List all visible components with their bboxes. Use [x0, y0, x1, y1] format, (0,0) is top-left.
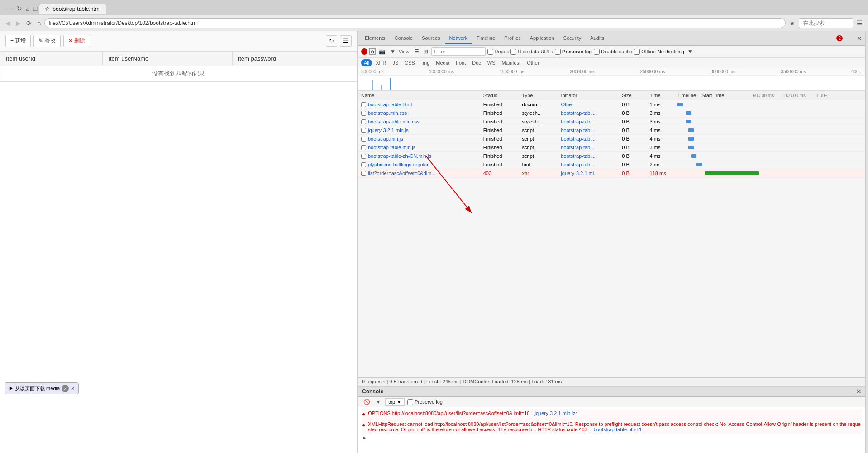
row-checkbox[interactable] [361, 102, 366, 107]
tab-console[interactable]: Console [390, 33, 417, 44]
tab-profiles[interactable]: Profiles [500, 33, 525, 44]
forward-btn[interactable]: ▶ [14, 19, 23, 28]
menu-btn[interactable]: ☰ [855, 19, 864, 28]
devtools-more-btn[interactable]: ⋮ [844, 34, 854, 42]
console-preserve-toggle[interactable]: Preserve log [407, 399, 443, 405]
nav-home[interactable]: ⌂ [24, 4, 31, 13]
file-link[interactable]: bootstrap.min.js [368, 136, 403, 142]
media-close-button[interactable]: ✕ [71, 386, 75, 392]
type-filter-img[interactable]: Img [419, 59, 432, 66]
columns-button[interactable]: ☰ [340, 35, 352, 47]
nt-col-type[interactable]: Type [520, 91, 558, 100]
file-link[interactable]: glyphicons-halflings-regular... [368, 162, 432, 167]
network-row[interactable]: bootstrap.min.jsFinishedscriptbootstrap-… [358, 135, 865, 143]
devtools-close-btn[interactable]: ✕ [855, 34, 863, 42]
camera-button[interactable]: 📷 [377, 48, 387, 55]
refresh-button[interactable]: ↻ [326, 35, 337, 47]
home-btn[interactable]: ⌂ [35, 19, 43, 28]
nt-col-name[interactable]: Name [358, 91, 481, 100]
tab-timeline[interactable]: Timeline [472, 33, 500, 44]
network-row[interactable]: glyphicons-halflings-regular...Finishedf… [358, 160, 865, 169]
nt-col-size[interactable]: Size [619, 91, 647, 100]
reload-btn[interactable]: ⟳ [24, 19, 33, 28]
tab-application[interactable]: Application [525, 33, 559, 44]
initiator-link[interactable]: bootstrap-tabl... [561, 110, 595, 116]
console-close-button[interactable]: ✕ [856, 388, 862, 395]
console-input[interactable] [369, 435, 862, 440]
filter-button[interactable]: ▼ [389, 48, 397, 55]
row-checkbox[interactable] [361, 171, 366, 176]
console-clear-btn[interactable]: 🚫 [362, 398, 372, 406]
offline-checkbox[interactable] [634, 49, 640, 55]
console-error-link-1[interactable]: jquery-3.2.1.min.iz4 [535, 411, 578, 416]
console-preserve-checkbox[interactable] [407, 399, 413, 405]
browser-tab[interactable]: ☆ bootstrap-table.html [39, 4, 106, 14]
nav-reload[interactable]: ↻ [15, 4, 24, 13]
tab-audits[interactable]: Audits [586, 33, 609, 44]
network-row[interactable]: list?order=asc&offset=0&dim...403xhrjque… [358, 169, 865, 178]
back-btn[interactable]: ◀ [4, 19, 12, 28]
file-link[interactable]: bootstrap.min.css [368, 110, 407, 116]
network-row[interactable]: bootstrap.min.cssFinishedstylesh...boots… [358, 109, 865, 118]
tab-elements[interactable]: Elements [360, 33, 390, 44]
view-grid-btn[interactable]: ⊞ [422, 48, 429, 55]
initiator-link[interactable]: Other [561, 102, 573, 107]
tab-security[interactable]: Security [559, 33, 586, 44]
file-link[interactable]: bootstrap-table.html [368, 102, 412, 107]
initiator-link[interactable]: bootstrap-tabl... [561, 162, 595, 167]
extensions-btn[interactable]: ★ [787, 19, 797, 28]
type-filter-doc[interactable]: Doc [469, 59, 484, 66]
add-button[interactable]: + 新增 [5, 35, 31, 47]
type-filter-css[interactable]: CSS [402, 59, 418, 66]
tab-sources[interactable]: Sources [417, 33, 444, 44]
console-error-link-2[interactable]: bootstrap-table.html:1 [594, 427, 642, 432]
row-checkbox[interactable] [361, 137, 366, 142]
initiator-link[interactable]: bootstrap-tabl... [561, 153, 595, 159]
devtools-resize-handle[interactable] [865, 31, 868, 453]
initiator-link[interactable]: bootstrap-tabl... [561, 145, 595, 150]
file-link[interactable]: bootstrap-table.min.js [368, 145, 415, 150]
type-filter-other[interactable]: Other [524, 59, 542, 66]
network-row[interactable]: bootstrap-table.min.cssFinishedstylesh..… [358, 118, 865, 126]
network-row[interactable]: bootstrap-table-zh-CN.min.jsFinishedscri… [358, 152, 865, 160]
file-link[interactable]: jquery-3.2.1.min.js [368, 127, 409, 133]
file-link[interactable]: list?order=asc&offset=0&dim... [368, 170, 436, 176]
initiator-link[interactable]: bootstrap-tabl... [561, 119, 595, 124]
network-filter-input[interactable] [431, 47, 486, 56]
row-checkbox[interactable] [361, 111, 366, 116]
initiator-link[interactable]: jquery-3.2.1.mi... [561, 170, 598, 176]
network-row[interactable]: bootstrap-table.min.jsFinishedscriptboot… [358, 143, 865, 152]
tab-network[interactable]: Network [445, 33, 472, 44]
initiator-link[interactable]: bootstrap-tabl... [561, 127, 595, 133]
nt-col-initiator[interactable]: Initiator [558, 91, 619, 100]
file-link[interactable]: bootstrap-table.min.css [368, 119, 420, 124]
hide-data-urls-toggle[interactable]: Hide data URLs [510, 49, 553, 55]
record-button[interactable] [361, 48, 367, 55]
row-checkbox[interactable] [361, 119, 366, 124]
hide-data-urls-checkbox[interactable] [510, 49, 516, 55]
row-checkbox[interactable] [361, 128, 366, 133]
nav-forward[interactable]: › [10, 4, 15, 13]
nt-col-status[interactable]: Status [481, 91, 520, 100]
offline-toggle[interactable]: Offline [634, 49, 656, 55]
initiator-link[interactable]: bootstrap-tabl... [561, 136, 595, 142]
disable-cache-checkbox[interactable] [594, 49, 600, 55]
nav-back[interactable]: ‹ [4, 4, 10, 13]
row-checkbox[interactable] [361, 145, 366, 150]
regex-checkbox[interactable] [487, 49, 493, 55]
view-list-btn[interactable]: ☰ [413, 48, 420, 55]
row-checkbox[interactable] [361, 162, 366, 167]
regex-toggle[interactable]: Regex [487, 49, 509, 55]
address-bar[interactable] [44, 18, 786, 28]
type-filter-ws[interactable]: WS [485, 59, 498, 66]
type-filter-manifest[interactable]: Manifest [499, 59, 524, 66]
type-filter-xhr[interactable]: XHR [373, 59, 389, 66]
type-filter-font[interactable]: Font [453, 59, 468, 66]
nt-col-timeline[interactable]: Timeline – Start Time 600.00 ms 800.00 m… [675, 91, 865, 100]
preserve-log-toggle[interactable]: Preserve log [555, 49, 592, 55]
edit-button[interactable]: ✎ 修改 [33, 35, 60, 47]
preserve-log-checkbox[interactable] [555, 49, 561, 55]
stop-button[interactable]: ⊘ [369, 48, 376, 55]
type-filter-media[interactable]: Media [433, 59, 452, 66]
network-row[interactable]: bootstrap-table.htmlFinisheddocum...Othe… [358, 100, 865, 109]
